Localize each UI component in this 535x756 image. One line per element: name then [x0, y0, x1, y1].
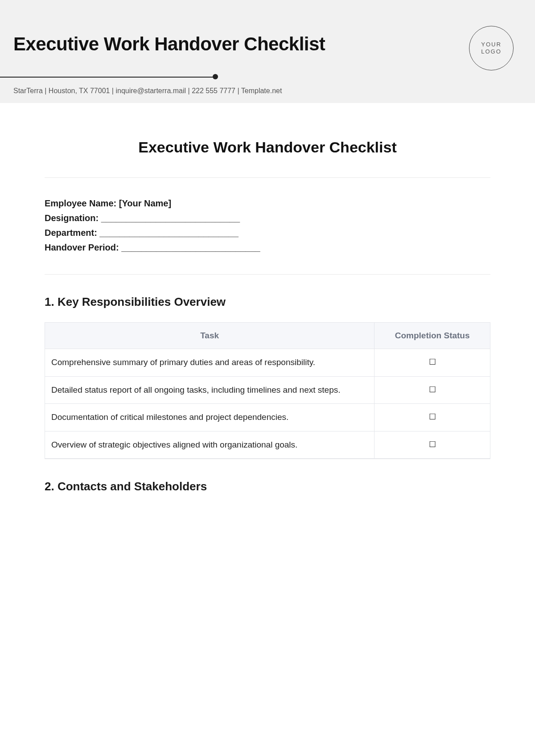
section-1-heading: 1. Key Responsibilities Overview: [45, 295, 490, 309]
table-row: Overview of strategic objectives aligned…: [45, 431, 490, 459]
status-checkbox[interactable]: ☐: [374, 349, 490, 377]
divider-line: [0, 77, 214, 78]
col-status: Completion Status: [374, 323, 490, 349]
header-meta-line: StarTerra | Houston, TX 77001 | inquire@…: [13, 87, 522, 95]
header-divider: [13, 74, 522, 80]
table-row: Comprehensive summary of primary duties …: [45, 349, 490, 377]
divider-dot: [213, 74, 218, 79]
page-header-title: Executive Work Handover Checklist: [13, 33, 522, 55]
task-cell: Documentation of critical milestones and…: [45, 404, 374, 431]
logo-text-line2: LOGO: [481, 48, 502, 55]
employee-fields: Employee Name: [Your Name] Designation: …: [45, 178, 490, 274]
section-2-heading: 2. Contacts and Stakeholders: [45, 480, 490, 493]
task-cell: Overview of strategic objectives aligned…: [45, 431, 374, 459]
status-checkbox[interactable]: ☐: [374, 376, 490, 404]
table-row: Detailed status report of all ongoing ta…: [45, 376, 490, 404]
header-band: Executive Work Handover Checklist YOUR L…: [0, 0, 535, 103]
document-title: Executive Work Handover Checklist: [45, 139, 490, 156]
col-task: Task: [45, 323, 374, 349]
field-designation: Designation: ___________________________…: [45, 213, 490, 223]
field-department: Department: ____________________________: [45, 228, 490, 238]
logo-placeholder: YOUR LOGO: [469, 26, 514, 70]
status-checkbox[interactable]: ☐: [374, 404, 490, 431]
table-row: Documentation of critical milestones and…: [45, 404, 490, 431]
separator: [45, 459, 490, 459]
task-cell: Detailed status report of all ongoing ta…: [45, 376, 374, 404]
document-page: Executive Work Handover Checklist Employ…: [0, 103, 535, 493]
field-handover-period: Handover Period: _______________________…: [45, 242, 490, 253]
field-employee-name: Employee Name: [Your Name]: [45, 198, 490, 209]
separator: [45, 274, 490, 275]
section-1-table: Task Completion Status Comprehensive sum…: [45, 322, 490, 459]
status-checkbox[interactable]: ☐: [374, 431, 490, 459]
task-cell: Comprehensive summary of primary duties …: [45, 349, 374, 377]
logo-text-line1: YOUR: [481, 41, 502, 48]
